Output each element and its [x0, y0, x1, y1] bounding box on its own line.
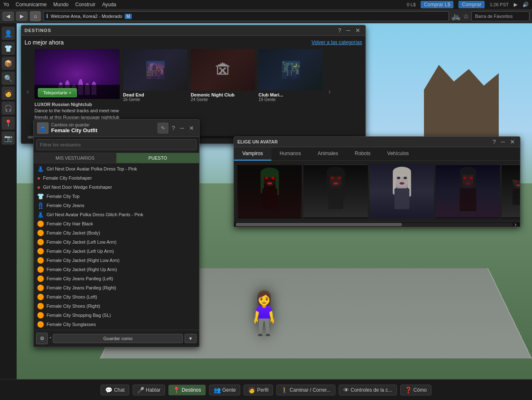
scroll-left-arrow[interactable]: ‹ [25, 49, 31, 134]
outfit-item-3[interactable]: 👕 Female City Top [34, 192, 199, 201]
map-icon[interactable]: 📍 [2, 116, 15, 130]
featured-name: LUXOR Russian Nightclub [34, 102, 92, 107]
teleport-button[interactable]: Teleportarte > [38, 88, 77, 97]
outfit-item-16[interactable]: 🟠 Female City Shopping Bag (SL) [34, 311, 199, 320]
tab-animales[interactable]: Animales [309, 147, 346, 160]
outfit-item-13[interactable]: 🟠 Female City Jeans Pantleg (Right) [34, 283, 199, 292]
outfit-item-6[interactable]: 🟠 Female City Hair Black [34, 219, 199, 228]
scroll-right-arrow[interactable]: › [326, 49, 333, 134]
star-icon[interactable]: ☆ [463, 12, 469, 20]
destinos-close[interactable]: ✕ [354, 27, 362, 34]
back-to-categories[interactable]: Volver a las categorías [312, 40, 362, 45]
edit-outfit-button[interactable]: ✎ [158, 123, 168, 133]
menu-yo[interactable]: Yo [3, 2, 9, 7]
avatar-controls: ? ─ ✕ [491, 138, 517, 145]
avatar-figure-5 [502, 165, 520, 217]
chat-button[interactable]: 💬 Chat [101, 385, 129, 395]
tab-mis-vestuarios[interactable]: MIS VESTUARIOS [34, 153, 116, 163]
outfit-item-4[interactable]: 👖 Female City Jeans [34, 201, 199, 210]
outfit-item-17[interactable]: 🟠 Female City Sunglasses [34, 320, 199, 329]
menu-mundo[interactable]: Mundo [53, 2, 69, 7]
time-display: 1:26 PST [490, 2, 509, 7]
svg-point-15 [337, 177, 341, 179]
scroll-right[interactable]: › [513, 221, 518, 228]
caminar-button[interactable]: 🚶 Caminar / Correr... [276, 385, 335, 395]
destinos-title: DESTINOS [25, 28, 51, 33]
outfit-search-input[interactable] [36, 139, 197, 150]
destinos-button[interactable]: 📍 Destinos [168, 385, 206, 395]
people-icon[interactable]: 👤 [2, 27, 15, 40]
menu-construir[interactable]: Construir [75, 2, 96, 7]
shirt-icon[interactable]: 👕 [2, 42, 15, 55]
tab-vampiros[interactable]: Vampiros [234, 147, 271, 160]
forward-button[interactable]: ▶ [16, 12, 27, 21]
item-icon-17: 🟠 [37, 321, 44, 328]
outfit-item-14[interactable]: 🟠 Female City Shoes (Left) [34, 292, 199, 301]
address-bar[interactable]: ℹ Welcome Area, Korea2 - Moderado M [43, 11, 449, 21]
perfil-button[interactable]: 🧑 Perfil [244, 385, 273, 395]
avatar-close[interactable]: ✕ [508, 138, 517, 145]
item-icon-2: ● [37, 184, 40, 190]
outfit-item-8[interactable]: 🟠 Female City Jacket (Left Low Arm) [34, 237, 199, 247]
como-button[interactable]: ❓ Cómo [400, 385, 431, 395]
avatar-card-1[interactable] [237, 164, 302, 218]
outfit-item-0[interactable]: 👗 Girl Next Door Avatar Polka Dress Top … [34, 164, 199, 173]
apariencia-help[interactable]: ? [170, 125, 177, 131]
gente-icon: 👥 [214, 387, 221, 393]
como-label: Cómo [414, 387, 427, 393]
apariencia-close[interactable]: ✕ [187, 125, 196, 131]
outfit-item-2[interactable]: ● Girl Next Door Wedge Footshaper [34, 183, 199, 192]
dest-club-mari[interactable]: 🌃 Club Mari... 19 Gente [259, 49, 323, 134]
search-icon[interactable]: 🔍 [2, 72, 15, 85]
avatar-card-4[interactable] [436, 164, 500, 218]
stream-icon[interactable]: ▶ [514, 2, 517, 7]
back-button[interactable]: ◀ [2, 12, 14, 21]
gente-button[interactable]: 👥 Gente [209, 385, 241, 395]
tab-robots[interactable]: Robots [347, 147, 379, 160]
outfit-item-10[interactable]: 🟠 Female City Jacket (Right Low Arm) [34, 256, 199, 265]
audio-icon[interactable]: 🎧 [2, 101, 15, 115]
apariencia-minimize[interactable]: ─ [178, 125, 186, 131]
save-button[interactable]: Guardar como [53, 334, 183, 343]
home-button[interactable]: ⌂ [30, 11, 41, 21]
inventory-icon[interactable]: 📦 [2, 57, 15, 70]
dest-demonic[interactable]: 🏚 Demonic Night Club 24 Gente [191, 49, 255, 134]
outfit-item-11[interactable]: 🟠 Female City Jacket (Right Up Arm) [34, 265, 199, 274]
outfit-item-1[interactable]: ● Female City Footshaper [34, 173, 199, 183]
tab-puesto[interactable]: PUESTO [116, 153, 199, 163]
buy-button[interactable]: Comprar [458, 1, 485, 8]
save-dropdown-button[interactable]: ▼ [185, 334, 197, 343]
outfit-item-15[interactable]: 🟠 Female City Shoes (Right) [34, 301, 199, 311]
gear-button[interactable]: ⚙ [36, 333, 48, 344]
outfit-item-12[interactable]: 🟠 Female City Jeans Pantleg (Left) [34, 274, 199, 283]
club-mari-name: Club Mari... [259, 92, 323, 97]
controles-button[interactable]: 👁 Controles de la c... [339, 385, 397, 395]
outfit-item-5[interactable]: 👗 Girl Next Avatar Polka Dress Glitch Pa… [34, 210, 199, 219]
avatar-minimize[interactable]: ─ [499, 138, 507, 145]
item-name-15: Female City Shoes (Right) [47, 304, 100, 309]
left-sidebar: 👤 👕 📦 🔍 🧑 🎧 📍 📷 [0, 23, 17, 379]
volume-icon[interactable]: 🔊 [522, 2, 529, 7]
tab-humanos[interactable]: Humanos [271, 147, 309, 160]
destinos-help[interactable]: ? [336, 27, 343, 34]
menu-ayuda[interactable]: Ayuda [102, 2, 116, 7]
outfit-list: 👗 Girl Next Door Avatar Polka Dress Top … [34, 163, 199, 330]
item-icon-6: 🟠 [37, 220, 44, 227]
menu-comunicarme[interactable]: Comunicarme [16, 2, 47, 7]
tab-vehiculos[interactable]: Vehículos [379, 147, 417, 160]
perfil-label: Perfil [257, 387, 268, 393]
hablar-button[interactable]: 🎤 Hablar [133, 385, 165, 395]
outfit-item-9[interactable]: 🟠 Female City Jacket (Left Up Arm) [34, 247, 199, 256]
scroll-track[interactable] [236, 223, 513, 226]
avatar-card-2[interactable] [303, 164, 368, 218]
avatar-card-5[interactable] [502, 164, 520, 218]
avatar-card-3[interactable] [369, 164, 434, 218]
item-icon-15: 🟠 [37, 303, 44, 309]
buy-l-button[interactable]: Comprar L$ [421, 1, 453, 8]
avatar-help[interactable]: ? [491, 138, 498, 145]
avatar-titlebar: ELIGE UN AVATAR ? ─ ✕ [234, 137, 520, 147]
snapshot-icon[interactable]: 📷 [2, 131, 15, 145]
destinos-minimize[interactable]: ─ [345, 27, 352, 34]
profile-icon[interactable]: 🧑 [2, 86, 15, 100]
outfit-item-7[interactable]: 🟠 Female City Jacket (Body) [34, 228, 199, 237]
